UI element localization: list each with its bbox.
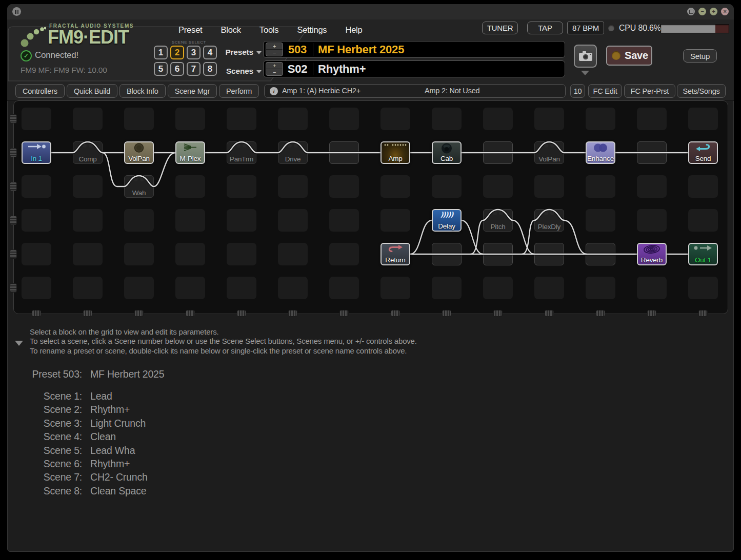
scene-select-button-6[interactable]: 6 (170, 62, 184, 76)
block-shunt[interactable] (483, 141, 513, 164)
scene-select-button-4[interactable]: 4 (203, 46, 217, 59)
block-return[interactable]: Return (380, 243, 410, 265)
column-connector-handle[interactable] (545, 310, 554, 317)
block-amp[interactable]: Amp (380, 141, 410, 164)
row-connector-handle[interactable] (10, 283, 17, 293)
grid-cell[interactable] (329, 108, 359, 130)
grid-cell[interactable] (124, 209, 154, 232)
grid-cell[interactable] (227, 108, 256, 130)
grid-cell[interactable] (637, 277, 667, 299)
block-enhance[interactable]: Enhance (586, 141, 615, 164)
block-pitch[interactable]: Pitch (483, 209, 513, 232)
grid-cell[interactable] (688, 108, 718, 130)
grid-cell[interactable] (329, 277, 359, 299)
block-cab[interactable]: Cab (432, 141, 462, 164)
grid-cell[interactable] (175, 209, 205, 232)
scene-name-field[interactable]: Rhythm+ (318, 61, 366, 77)
grid-cell[interactable] (534, 277, 564, 299)
block-shunt[interactable] (534, 243, 564, 265)
toolbar-sets-songs[interactable]: Sets/Songs (677, 84, 726, 98)
block-out-1[interactable]: Out 1 (688, 243, 718, 265)
block-in-1[interactable]: In 1 (22, 141, 51, 164)
toolbar-perform[interactable]: Perform (219, 84, 259, 98)
grid-cell[interactable] (637, 209, 667, 232)
toolbar-controllers[interactable]: Controllers (15, 84, 65, 98)
block-wah[interactable]: Wah (124, 175, 154, 198)
bpm-display[interactable]: 87 BPM (567, 22, 604, 34)
summary-scene-name[interactable]: Lead (90, 390, 112, 402)
grid-cell[interactable] (227, 209, 256, 232)
preset-decrement-button[interactable]: − (266, 50, 283, 56)
grid-cell[interactable] (329, 175, 359, 198)
scene-increment-button[interactable]: + (266, 63, 283, 69)
scene-number[interactable]: S02 (284, 61, 311, 77)
row-connector-handle[interactable] (10, 114, 17, 123)
collapse-panel-arrow[interactable] (15, 341, 23, 346)
column-connector-handle[interactable] (493, 310, 503, 317)
scene-select-button-2[interactable]: 2 (170, 46, 184, 59)
window-minimize-icon[interactable]: − (698, 8, 706, 15)
summary-scene-name[interactable]: Rhythm+ (90, 458, 130, 470)
block-plexdly[interactable]: PlexDly (534, 209, 564, 232)
grid-cell[interactable] (175, 108, 205, 130)
grid-cell[interactable] (586, 108, 615, 130)
grid-cell[interactable] (534, 108, 564, 130)
column-connector-handle[interactable] (339, 310, 349, 317)
grid-cell[interactable] (278, 175, 308, 198)
summary-scene-name[interactable]: CH2- Crunch (90, 471, 148, 483)
grid-cell[interactable] (432, 175, 462, 198)
grid-cell[interactable] (22, 108, 51, 130)
grid-cell[interactable] (637, 108, 667, 130)
block-shunt[interactable] (432, 243, 462, 265)
summary-scene-name[interactable]: Light Crunch (90, 418, 146, 429)
grid-cell[interactable] (380, 277, 410, 299)
column-connector-handle[interactable] (134, 310, 144, 317)
scenes-dropdown[interactable]: Scenes (223, 67, 262, 76)
grid-cell[interactable] (278, 108, 308, 130)
column-connector-handle[interactable] (83, 310, 92, 317)
block-delay[interactable]: )))))Delay (432, 209, 462, 232)
window-restore-icon[interactable] (687, 8, 695, 15)
row-connector-handle[interactable] (10, 148, 17, 157)
toolbar-quick-build[interactable]: Quick Build (67, 84, 117, 98)
toolbar-10[interactable]: 10 (570, 84, 585, 98)
scene-select-button-8[interactable]: 8 (203, 62, 217, 76)
grid-cell[interactable] (175, 277, 205, 299)
block-m-plex[interactable]: M-Plex (175, 141, 205, 164)
grid-cell[interactable] (586, 277, 615, 299)
block-pantrm[interactable]: PanTrm (227, 141, 256, 164)
grid-cell[interactable] (278, 277, 308, 299)
toolbar-fc-per-prst[interactable]: FC Per-Prst (624, 84, 675, 98)
grid-cell[interactable] (534, 175, 564, 198)
menu-preset[interactable]: Preset (178, 25, 203, 35)
snapshot-button[interactable] (574, 45, 597, 68)
grid-cell[interactable] (637, 175, 667, 198)
scene-stepper[interactable]: + − (266, 62, 283, 76)
grid-cell[interactable] (483, 175, 513, 198)
scene-select-button-7[interactable]: 7 (187, 62, 201, 76)
block-shunt[interactable] (329, 141, 359, 164)
column-connector-handle[interactable] (596, 310, 605, 317)
setup-button[interactable]: Setup (683, 49, 717, 63)
grid-cell[interactable] (227, 243, 256, 265)
block-send[interactable]: Send (688, 141, 718, 164)
preset-number[interactable]: 503 (284, 42, 311, 57)
column-connector-handle[interactable] (32, 310, 41, 317)
grid-cell[interactable] (380, 108, 410, 130)
snapshot-dropdown-arrow[interactable] (581, 71, 589, 75)
grid-cell[interactable] (688, 175, 718, 198)
block-volpan[interactable]: VolPan (124, 141, 154, 164)
grid-cell[interactable] (124, 243, 154, 265)
preset-stepper[interactable]: + − (266, 43, 283, 56)
toolbar-block-info[interactable]: Block Info (119, 84, 166, 98)
row-connector-handle[interactable] (10, 182, 17, 191)
column-connector-handle[interactable] (647, 310, 656, 317)
window-close-icon[interactable]: × (721, 8, 729, 15)
grid-cell[interactable] (227, 175, 256, 198)
block-volpan[interactable]: VolPan (534, 141, 564, 164)
grid-cell[interactable] (73, 209, 103, 232)
grid-cell[interactable] (22, 209, 51, 232)
window-maximize-icon[interactable]: + (710, 8, 717, 15)
block-shunt[interactable] (637, 141, 667, 164)
tuner-button[interactable]: TUNER (482, 22, 518, 34)
